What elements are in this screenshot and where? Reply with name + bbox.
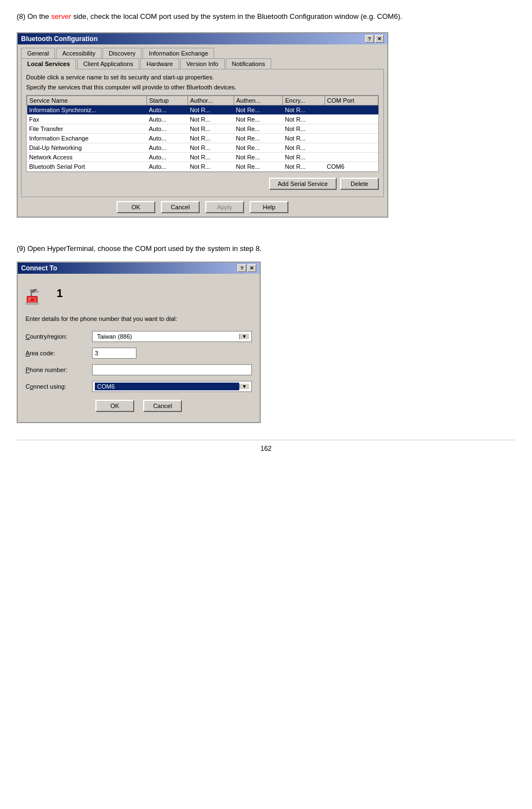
cell-com (325, 143, 378, 152)
cell-com (325, 124, 378, 133)
col-encry: Encry... (282, 96, 325, 105)
dialog-ok-row: OK Cancel Apply Help (21, 201, 384, 213)
country-region-row: Country/region: Taiwan (886) ▼ (26, 331, 252, 342)
phone-number-row: Phone number: (26, 364, 252, 375)
connect-ok-row: OK Cancel (26, 400, 252, 416)
page-number: 162 (17, 440, 515, 453)
connect-using-select[interactable]: COM6 ▼ (92, 381, 252, 392)
cell-author: Not R... (188, 114, 234, 124)
services-caption1: Double click a service name to set its s… (26, 74, 379, 81)
connect-using-row: Connect using: COM6 ▼ (26, 381, 252, 392)
country-region-value: Taiwan (886) (95, 333, 239, 340)
cell-startup: Auto... (146, 114, 188, 124)
cell-authen: Not Re... (234, 114, 282, 124)
services-caption2: Specify the services that this computer … (26, 84, 379, 91)
tab-version-info[interactable]: Version Info (180, 58, 225, 69)
cell-startup: Auto... (146, 152, 188, 162)
area-code-row: Area code: (26, 348, 252, 359)
cell-encry: Not R... (282, 143, 325, 152)
table-row[interactable]: Information Synchroniz... Auto... Not R.… (27, 105, 378, 114)
col-startup: Startup (146, 96, 188, 105)
page-number-text: 162 (260, 445, 271, 453)
cell-name: Dial-Up Networking (27, 143, 147, 152)
connect-content: 1 Enter details for the phone number tha… (18, 274, 260, 422)
tab-panel-local-services: Double click a service name to set its s… (21, 69, 384, 197)
col-author: Author... (188, 96, 234, 105)
cell-authen: Not Re... (234, 143, 282, 152)
help-button[interactable]: Help (250, 201, 288, 213)
titlebar-buttons: ? ✕ (365, 35, 384, 43)
cell-author: Not R... (188, 152, 234, 162)
cell-name: Fax (27, 114, 147, 124)
step9-text: (9) Open HyperTerminal, choose the COM p… (17, 243, 515, 254)
col-com: COM Port (325, 96, 378, 105)
connect-titlebar: Connect To ? ✕ (18, 263, 260, 274)
apply-button[interactable]: Apply (205, 201, 244, 213)
bluetooth-titlebar: Bluetooth Configuration ? ✕ (18, 33, 387, 44)
cell-encry: Not R... (282, 114, 325, 124)
svg-rect-4 (36, 290, 39, 293)
phone-number-input[interactable] (92, 364, 252, 375)
connect-ok-button[interactable]: OK (95, 400, 134, 412)
cell-name: File Transfer (27, 124, 147, 133)
add-serial-service-button[interactable]: Add Serial Service (269, 178, 337, 190)
tab-client-applications[interactable]: Client Applications (77, 58, 139, 69)
area-code-label: Area code: (26, 350, 92, 356)
cancel-button[interactable]: Cancel (161, 201, 200, 213)
cell-authen: Not Re... (234, 133, 282, 143)
connect-close-icon[interactable]: ✕ (247, 264, 256, 272)
table-row[interactable]: Dial-Up Networking Auto... Not R... Not … (27, 143, 378, 152)
table-row[interactable]: Bluetooth Serial Port Auto... Not R... N… (27, 162, 378, 171)
table-row[interactable]: Fax Auto... Not R... Not Re... Not R... (27, 114, 378, 124)
connect-logo-number: 1 (57, 287, 63, 300)
cell-name: Information Synchroniz... (27, 105, 147, 114)
intro-text-after: side, check the local COM port used by t… (71, 12, 402, 21)
table-row[interactable]: Information Exchange Auto... Not R... No… (27, 133, 378, 143)
connect-help-icon[interactable]: ? (237, 264, 246, 272)
cell-startup: Auto... (146, 124, 188, 133)
tab-general[interactable]: General (21, 48, 55, 58)
country-region-arrow-icon[interactable]: ▼ (239, 334, 249, 339)
connect-title: Connect To (21, 264, 57, 272)
cell-author: Not R... (188, 162, 234, 171)
cell-encry: Not R... (282, 133, 325, 143)
tabs-row2: Local Services Client Applications Hardw… (21, 58, 384, 69)
connect-description: Enter details for the phone number that … (26, 315, 252, 322)
cell-name: Network Access (27, 152, 147, 162)
cell-authen: Not Re... (234, 152, 282, 162)
cell-name: Information Exchange (27, 133, 147, 143)
area-code-input[interactable] (92, 348, 136, 359)
cell-encry: Not R... (282, 162, 325, 171)
tab-notifications[interactable]: Notifications (226, 58, 271, 69)
connect-using-arrow-icon[interactable]: ▼ (239, 384, 249, 389)
delete-button[interactable]: Delete (340, 178, 379, 190)
col-authen: Authen... (234, 96, 282, 105)
close-icon[interactable]: ✕ (375, 35, 384, 43)
connect-cancel-button[interactable]: Cancel (143, 400, 182, 412)
cell-encry: Not R... (282, 152, 325, 162)
country-region-select[interactable]: Taiwan (886) ▼ (92, 331, 252, 342)
help-icon[interactable]: ? (365, 35, 374, 43)
tab-hardware[interactable]: Hardware (140, 58, 179, 69)
ok-button[interactable]: OK (116, 201, 155, 213)
cell-com (325, 114, 378, 124)
connect-logo (26, 279, 52, 308)
table-row[interactable]: Network Access Auto... Not R... Not Re..… (27, 152, 378, 162)
cell-name: Bluetooth Serial Port (27, 162, 147, 171)
cell-author: Not R... (188, 124, 234, 133)
cell-startup: Auto... (146, 143, 188, 152)
cell-com (325, 152, 378, 162)
tab-local-services[interactable]: Local Services (21, 58, 76, 69)
connect-to-dialog: Connect To ? ✕ 1 (17, 262, 261, 423)
tab-discovery[interactable]: Discovery (103, 48, 141, 58)
table-row[interactable]: File Transfer Auto... Not R... Not Re...… (27, 124, 378, 133)
cell-authen: Not Re... (234, 124, 282, 133)
tabs-row1: General Accessibility Discovery Informat… (21, 48, 384, 58)
server-word: server (51, 12, 71, 21)
services-table-wrapper: Service Name Startup Author... Authen...… (26, 95, 379, 172)
tab-accessibility[interactable]: Accessibility (56, 48, 102, 58)
cell-encry: Not R... (282, 124, 325, 133)
cell-com (325, 105, 378, 114)
tab-information-exchange[interactable]: Information Exchange (143, 48, 214, 58)
connect-using-value: COM6 (95, 383, 239, 390)
